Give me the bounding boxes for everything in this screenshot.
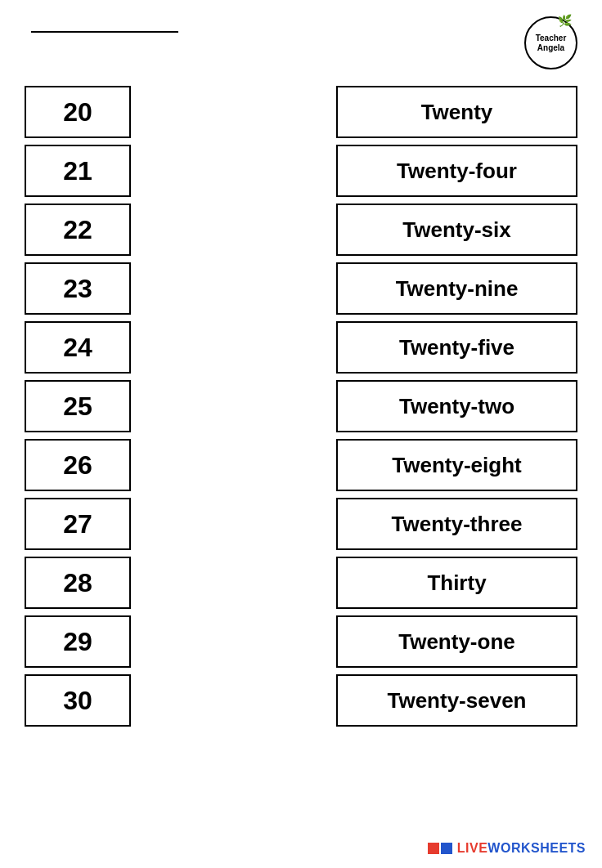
word-box-2: Twenty-six [336,204,577,256]
footer: LIVEWORKSHEETS [428,841,586,856]
footer-logo-squares [428,843,452,854]
word-box-0: Twenty [336,86,577,138]
matching-container: 2021222324252627282930 TwentyTwenty-four… [25,86,577,727]
number-box-25: 25 [25,380,131,432]
logo-text: Teacher Angela [536,34,567,53]
word-box-9: Twenty-one [336,615,577,668]
blue-square [441,843,452,854]
number-box-20: 20 [25,86,131,138]
number-box-26: 26 [25,439,131,491]
word-box-8: Thirty [336,557,577,609]
number-box-24: 24 [25,321,131,374]
word-box-7: Twenty-three [336,498,577,550]
word-box-3: Twenty-nine [336,262,577,315]
name-underline[interactable] [31,16,178,33]
name-field-label [25,16,178,33]
brand-text: LIVEWORKSHEETS [457,841,586,856]
number-box-29: 29 [25,615,131,668]
live-text: LIVE [457,841,488,855]
words-column: TwentyTwenty-fourTwenty-sixTwenty-nineTw… [336,86,577,727]
teacher-logo: 🌿 Teacher Angela [524,16,577,69]
word-box-5: Twenty-two [336,380,577,432]
word-box-4: Twenty-five [336,321,577,374]
numbers-column: 2021222324252627282930 [25,86,131,727]
work-text: WORK [487,841,531,855]
number-box-23: 23 [25,262,131,315]
red-square [428,843,439,854]
number-box-22: 22 [25,204,131,256]
word-box-6: Twenty-eight [336,439,577,491]
number-box-27: 27 [25,498,131,550]
leaf-icon: 🌿 [558,14,572,28]
number-box-21: 21 [25,145,131,197]
number-box-28: 28 [25,557,131,609]
number-box-30: 30 [25,674,131,727]
header: 🌿 Teacher Angela [25,16,577,69]
word-box-10: Twenty-seven [336,674,577,727]
sheets-text: SHEETS [531,841,586,855]
word-box-1: Twenty-four [336,145,577,197]
